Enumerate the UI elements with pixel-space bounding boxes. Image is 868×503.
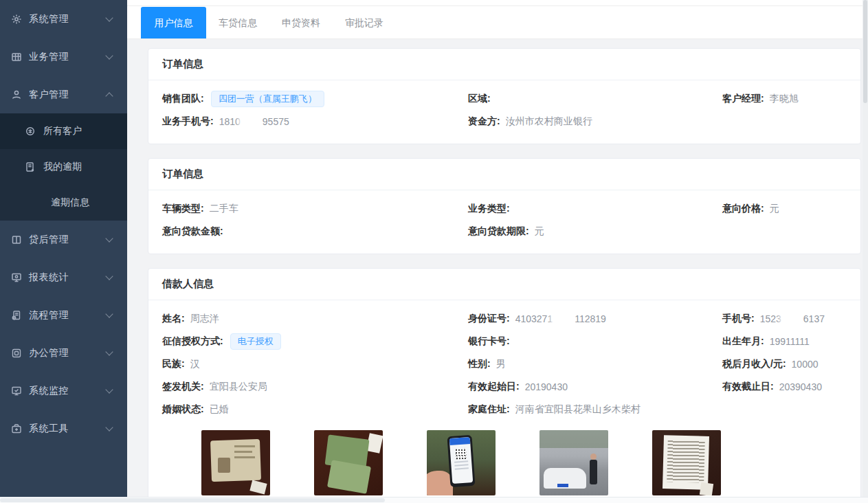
sidebar-item-label: 办公管理	[29, 347, 69, 359]
vehicle-type-label: 车辆类型:	[162, 203, 204, 215]
name-label: 姓名:	[162, 313, 185, 325]
income-label: 税后月收入/元:	[722, 358, 786, 370]
photo-thumbnail-person-car[interactable]	[539, 430, 608, 495]
tab-loan-application-docs[interactable]: 申贷资料	[269, 7, 333, 38]
marital-status-label: 婚姻状态:	[162, 403, 204, 416]
valid-from-label: 有效起始日:	[468, 381, 520, 393]
tab-approval-records[interactable]: 审批记录	[333, 7, 396, 38]
grid-icon	[11, 52, 22, 63]
sidebar-item-business-management[interactable]: 业务管理	[0, 38, 127, 76]
sidebar-item-label: 系统管理	[29, 13, 69, 25]
business-phone-label: 业务手机号:	[162, 115, 214, 128]
valid-to-label: 有效截止日:	[722, 381, 774, 393]
credit-auth-tag: 电子授权	[230, 333, 281, 350]
chevron-down-icon	[105, 234, 113, 242]
photo-thumbnail-id-card[interactable]	[201, 430, 270, 495]
valid-from-value: 20190430	[525, 381, 568, 392]
name-value: 周志洋	[190, 313, 219, 325]
chevron-up-icon	[105, 92, 113, 100]
ethnicity-label: 民族:	[162, 358, 185, 370]
notebook-icon	[25, 161, 36, 172]
sidebar-item-process-management[interactable]: 流程管理	[0, 296, 127, 334]
chevron-down-icon	[105, 272, 113, 280]
funder-label: 资金方:	[468, 115, 500, 128]
horizontal-scrollbar-thumb[interactable]	[0, 498, 385, 502]
bank-card-label: 银行卡号:	[468, 335, 510, 348]
region-label: 区域:	[468, 93, 491, 105]
header-divider	[127, 5, 863, 6]
sidebar-item-label: 逾期信息	[51, 197, 89, 209]
sidebar-item-system-management[interactable]: 系统管理	[0, 0, 127, 38]
redaction-blur	[241, 117, 262, 126]
sidebar-item-postloan-management[interactable]: 贷后管理	[0, 221, 127, 258]
photo-thumbnail-qr-phone[interactable]	[427, 430, 496, 495]
chevron-down-icon	[105, 14, 113, 21]
photo-thumbnail-green-booklet[interactable]	[314, 430, 383, 495]
office-icon	[11, 348, 22, 359]
sidebar-item-label: 系统监控	[29, 385, 69, 397]
redaction-blur	[553, 314, 574, 323]
sidebar-item-label: 系统工具	[29, 423, 69, 435]
sidebar-item-label: 贷后管理	[29, 234, 69, 246]
monitor-check-icon	[11, 385, 22, 396]
sidebar-item-my-overdue[interactable]: 我的逾期	[0, 149, 127, 185]
sidebar-item-office-management[interactable]: 办公管理	[0, 334, 127, 372]
funder-value: 汝州市农村商业银行	[506, 115, 592, 128]
borrower-info-card: 借款人信息 姓名: 周志洋 身份证号: 4103271112819 手机号: 1…	[148, 268, 861, 498]
intent-loan-amount-label: 意向贷款金额:	[162, 225, 223, 238]
business-phone-value: 181095575	[219, 116, 289, 127]
sidebar-item-label: 我的逾期	[43, 161, 82, 173]
id-number-value: 4103271112819	[515, 313, 606, 324]
gender-value: 男	[496, 358, 506, 370]
sales-team-tag: 四团一营（直属王鹏飞）	[211, 91, 324, 107]
account-manager-value: 李晓旭	[770, 93, 799, 105]
chevron-down-icon	[105, 348, 113, 355]
id-number-label: 身份证号:	[468, 313, 510, 325]
main-content: 用户信息 车贷信息 申贷资料 审批记录 订单信息 销售团队: 四团一营（直属王鹏…	[127, 0, 863, 498]
sidebar-item-report-statistics[interactable]: 报表统计	[0, 258, 127, 296]
toolbox-icon	[11, 423, 22, 434]
home-address-label: 家庭住址:	[468, 403, 510, 416]
chevron-down-icon	[105, 52, 113, 59]
sidebar-item-label: 报表统计	[29, 271, 69, 284]
monitor-chart-icon	[11, 272, 22, 283]
tab-user-info[interactable]: 用户信息	[141, 7, 206, 38]
horizontal-scrollbar	[0, 497, 868, 503]
photo-thumbnail-paper-document[interactable]	[652, 430, 721, 495]
birth-label: 出生年月:	[722, 335, 764, 348]
chevron-down-icon	[105, 423, 113, 431]
sidebar-item-label: 所有客户	[43, 125, 82, 137]
book-icon	[11, 234, 22, 245]
card-title: 订单信息	[148, 49, 860, 80]
customers-icon	[25, 126, 36, 137]
valid-to-value: 20390430	[779, 381, 822, 392]
order-info-card-1: 订单信息 销售团队: 四团一营（直属王鹏飞） 区域: 客户经理: 李晓旭 业务手	[148, 48, 861, 144]
intent-loan-term-value: 元	[535, 225, 544, 238]
issuing-authority-label: 签发机关:	[162, 381, 204, 393]
mobile-value: 15236137	[760, 313, 825, 324]
vertical-scrollbar	[863, 0, 868, 498]
workflow-doc-icon	[11, 310, 22, 321]
chevron-down-icon	[105, 385, 113, 393]
customer-management-submenu: 所有客户 我的逾期 逾期信息	[0, 113, 127, 221]
sidebar-item-label: 业务管理	[29, 51, 69, 63]
sidebar-item-customer-management[interactable]: 客户管理	[0, 76, 127, 113]
sidebar-item-all-customers[interactable]: 所有客户	[0, 113, 127, 149]
order-info-card-2: 订单信息 车辆类型: 二手车 业务类型: 意向价格: 元 意向贷款金额:	[148, 158, 861, 254]
redaction-blur	[782, 314, 803, 323]
card-title: 借款人信息	[148, 269, 860, 300]
mobile-label: 手机号:	[722, 313, 755, 325]
sidebar-item-system-tools[interactable]: 系统工具	[0, 410, 127, 447]
vertical-scrollbar-thumb[interactable]	[863, 0, 867, 103]
intent-price-value: 元	[770, 203, 779, 215]
business-type-label: 业务类型:	[468, 203, 510, 215]
income-value: 10000	[792, 359, 819, 370]
sidebar-item-system-monitor[interactable]: 系统监控	[0, 372, 127, 410]
sidebar-item-overdue-info[interactable]: 逾期信息	[0, 185, 127, 221]
intent-loan-term-label: 意向贷款期限:	[468, 225, 529, 238]
tab-car-loan-info[interactable]: 车贷信息	[206, 7, 269, 38]
account-manager-label: 客户经理:	[722, 93, 764, 105]
home-address-value: 河南省宜阳县花果山乡木柴村	[515, 403, 641, 416]
chevron-down-icon	[105, 310, 113, 317]
birth-value: 19911111	[770, 336, 810, 347]
